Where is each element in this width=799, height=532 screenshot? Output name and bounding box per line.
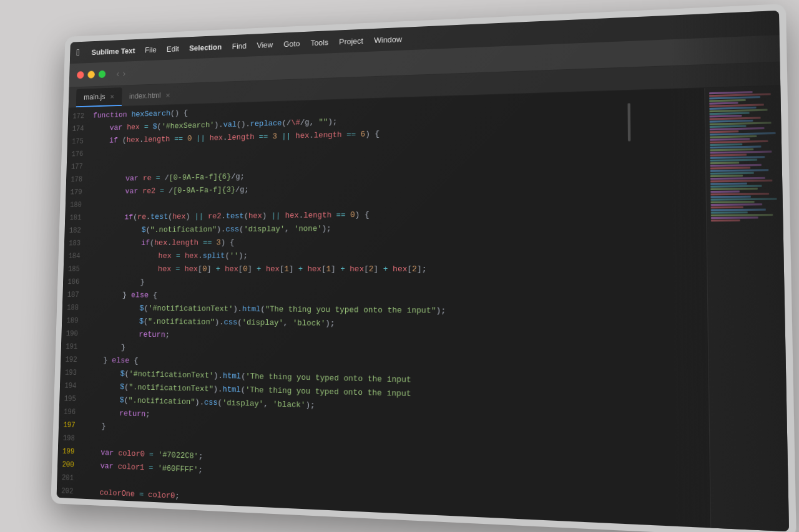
- line-number: 198: [58, 431, 84, 445]
- tab-main-js-label: main.js: [84, 92, 105, 101]
- line-number: 176: [67, 147, 92, 160]
- line-number: 179: [66, 185, 91, 198]
- line-number: 205: [57, 524, 82, 528]
- apple-menu-icon[interactable]: : [76, 47, 80, 58]
- line-number: 184: [64, 249, 89, 263]
- line-number: 177: [66, 160, 92, 173]
- minimap: [704, 85, 789, 531]
- menu-window[interactable]: Window: [374, 34, 402, 44]
- table-row: 184 hex = hex.split('');: [64, 248, 707, 263]
- line-number: 192: [61, 353, 86, 367]
- line-number: 194: [60, 379, 86, 393]
- line-number: 195: [59, 392, 85, 405]
- line-number: 174: [67, 122, 92, 135]
- menu-app-name[interactable]: Sublime Text: [91, 46, 135, 56]
- line-number: 204: [57, 511, 82, 525]
- menu-goto[interactable]: Goto: [283, 39, 300, 48]
- menu-find[interactable]: Find: [232, 41, 247, 50]
- line-number: 201: [57, 471, 82, 485]
- scrollbar[interactable]: [627, 103, 630, 141]
- minimize-button[interactable]: [87, 70, 95, 78]
- line-number: 203: [57, 497, 82, 511]
- line-number: 191: [61, 340, 87, 354]
- code-content: // Co: [81, 525, 700, 528]
- menu-file[interactable]: File: [145, 45, 157, 54]
- line-number: 186: [63, 275, 89, 288]
- laptop-frame:  Sublime Text File Edit Selection Find …: [51, 4, 796, 532]
- maximize-button[interactable]: [99, 70, 106, 77]
- line-number: 202: [57, 484, 82, 498]
- menu-view[interactable]: View: [257, 40, 273, 49]
- line-number: 190: [61, 327, 87, 340]
- tab-main-js[interactable]: main.js ✕: [76, 87, 122, 107]
- code-lines: 172 function hexSearch() { 174 var hex =…: [57, 88, 711, 528]
- line-number: 175: [67, 135, 92, 148]
- line-number: 172: [68, 109, 93, 122]
- minimap-content: [705, 85, 789, 531]
- editor-area: 172 function hexSearch() { 174 var hex =…: [57, 85, 789, 531]
- line-number: 200: [57, 458, 83, 472]
- line-number: 180: [66, 198, 91, 211]
- line-number: 199: [57, 445, 83, 459]
- line-number: 183: [64, 237, 90, 250]
- line-number: 197: [59, 418, 84, 432]
- line-number: 193: [60, 366, 86, 380]
- line-number: 187: [62, 288, 88, 301]
- line-number: 188: [62, 301, 87, 314]
- table-row: 205 // Co: [57, 524, 711, 528]
- line-number: 178: [66, 173, 92, 186]
- traffic-lights: [77, 70, 105, 79]
- code-content: hex = hex[0] + hex[0] + hex[1] + hex[1] …: [89, 262, 696, 276]
- nav-forward-icon[interactable]: ›: [122, 68, 125, 79]
- code-content: hex = hex.split('');: [89, 248, 695, 263]
- nav-arrows: ‹ ›: [116, 68, 125, 79]
- line-number: 185: [63, 263, 89, 276]
- screen-content:  Sublime Text File Edit Selection Find …: [57, 10, 789, 531]
- tab-index-html[interactable]: index.html ✕: [122, 85, 178, 106]
- tab-index-html-label: index.html: [129, 91, 161, 100]
- line-number: 189: [62, 314, 87, 327]
- table-row: 185 hex = hex[0] + hex[0] + hex[1] + hex…: [63, 262, 707, 276]
- tab-main-js-close[interactable]: ✕: [110, 93, 114, 99]
- menu-project[interactable]: Project: [339, 36, 363, 46]
- line-number: 196: [59, 405, 84, 418]
- nav-back-icon[interactable]: ‹: [116, 68, 119, 79]
- screen-bezel:  Sublime Text File Edit Selection Find …: [57, 10, 789, 531]
- menu-tools[interactable]: Tools: [310, 37, 328, 47]
- line-number: 182: [64, 224, 90, 237]
- line-number: 181: [65, 211, 91, 224]
- tab-index-html-close[interactable]: ✕: [165, 92, 170, 98]
- menu-selection[interactable]: Selection: [189, 42, 222, 52]
- menu-edit[interactable]: Edit: [167, 44, 179, 53]
- close-button[interactable]: [77, 71, 84, 79]
- code-editor[interactable]: 172 function hexSearch() { 174 var hex =…: [57, 88, 711, 528]
